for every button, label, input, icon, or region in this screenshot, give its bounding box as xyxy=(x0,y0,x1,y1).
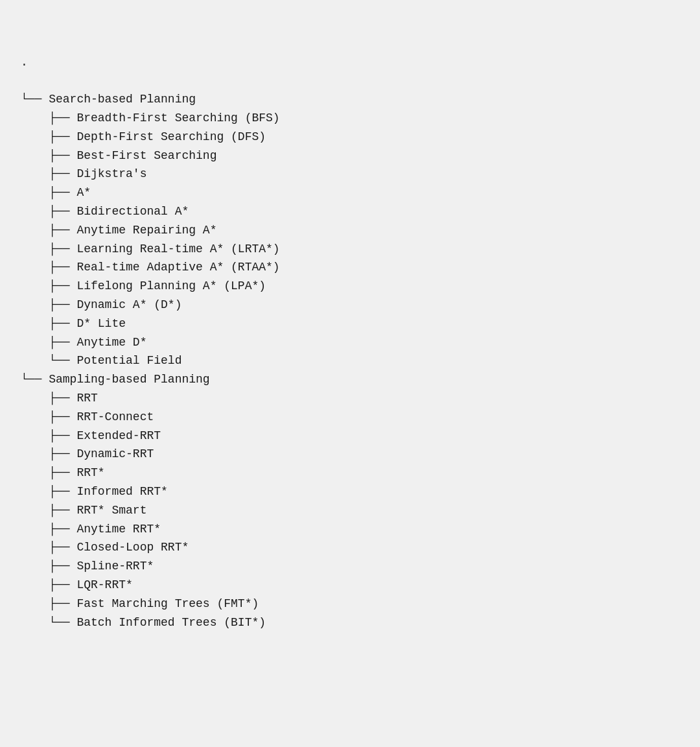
tree-view: . └── Search-based Planning ├── Breadth-… xyxy=(21,16,679,632)
tree-item: ├── RRT-Connect xyxy=(21,408,679,427)
tree-item: ├── D* Lite xyxy=(21,314,679,333)
tree-item: ├── Extended-RRT xyxy=(21,427,679,445)
tree-item: ├── Closed-Loop RRT* xyxy=(21,538,679,557)
tree-item: └── Batch Informed Trees (BIT*) xyxy=(21,613,679,632)
tree-item: ├── Lifelong Planning A* (LPA*) xyxy=(21,277,679,296)
tree-item: ├── Dynamic A* (D*) xyxy=(21,296,679,314)
tree-item: └── Search-based Planning xyxy=(21,90,679,109)
tree-item: ├── Anytime RRT* xyxy=(21,520,679,539)
tree-item: ├── Dynamic-RRT xyxy=(21,445,679,464)
tree-item: ├── RRT xyxy=(21,389,679,408)
tree-item: ├── Learning Real-time A* (LRTA*) xyxy=(21,240,679,259)
tree-item: ├── Best-First Searching xyxy=(21,147,679,165)
tree-item: ├── Anytime Repairing A* xyxy=(21,221,679,240)
tree-item: ├── Depth-First Searching (DFS) xyxy=(21,128,679,147)
tree-item: ├── LQR-RRT* xyxy=(21,576,679,595)
tree-item: ├── Real-time Adaptive A* (RTAA*) xyxy=(21,258,679,277)
tree-item: ├── RRT* Smart xyxy=(21,501,679,520)
root-node: . xyxy=(21,53,679,72)
tree-item: └── Potential Field xyxy=(21,351,679,370)
tree-item: ├── A* xyxy=(21,184,679,202)
tree-item: ├── Breadth-First Searching (BFS) xyxy=(21,109,679,128)
tree-item: ├── Anytime D* xyxy=(21,333,679,352)
tree-item: ├── Spline-RRT* xyxy=(21,557,679,576)
tree-item: └── Sampling-based Planning xyxy=(21,370,679,389)
tree-item: ├── RRT* xyxy=(21,464,679,482)
tree-item: ├── Bidirectional A* xyxy=(21,202,679,221)
tree-item: ├── Dijkstra's xyxy=(21,165,679,184)
tree-item: ├── Informed RRT* xyxy=(21,482,679,501)
tree-item: ├── Fast Marching Trees (FMT*) xyxy=(21,595,679,613)
